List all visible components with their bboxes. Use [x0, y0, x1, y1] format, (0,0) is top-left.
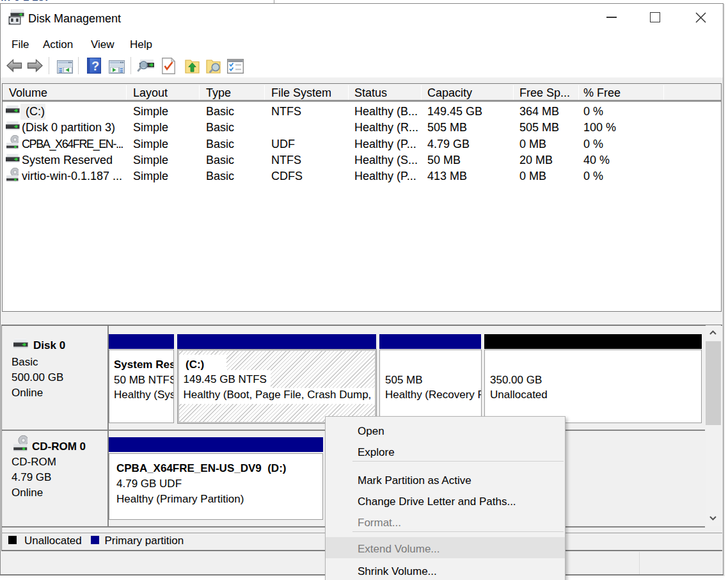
svg-text:?: ? — [91, 59, 99, 73]
